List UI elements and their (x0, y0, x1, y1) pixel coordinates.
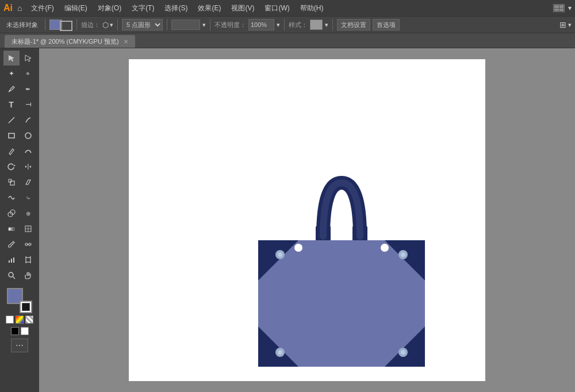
toolbar: 未选择对象 描边： ⬡ ▾ 5 点圆形 ▾ 不透明度： ▾ 样式： ▾ 文档设置… (0, 16, 575, 33)
doc-settings-button[interactable]: 文档设置 (337, 19, 370, 30)
document-tab[interactable]: 未标题-1* @ 200% (CMYK/GPU 预览) ✕ (5, 35, 135, 48)
zoom-tool[interactable] (3, 268, 20, 283)
eyedropper-tool[interactable] (3, 237, 20, 252)
svg-point-18 (25, 243, 28, 245)
menu-type[interactable]: 文字(T) (127, 2, 159, 14)
ellipse-tool[interactable] (20, 128, 36, 143)
svg-marker-6 (14, 165, 16, 167)
line-tool[interactable] (3, 113, 20, 128)
artboard-tool[interactable] (20, 252, 36, 267)
menu-object[interactable]: 对象(O) (93, 2, 126, 14)
svg-rect-22 (11, 259, 12, 263)
hand-tool[interactable] (20, 268, 36, 283)
menu-items: 文件(F) 编辑(E) 对象(O) 文字(T) 选择(S) 效果(E) 视图(V… (26, 2, 328, 14)
menu-edit[interactable]: 编辑(E) (60, 2, 92, 14)
gradient-tool[interactable] (3, 221, 20, 236)
blend-tool[interactable] (20, 237, 36, 252)
shear-tool[interactable] (20, 175, 36, 190)
svg-rect-23 (13, 258, 14, 263)
scale-tool[interactable] (3, 175, 20, 190)
svg-point-35 (278, 252, 282, 257)
svg-rect-21 (9, 260, 10, 263)
black-swatch[interactable] (11, 327, 19, 335)
menu-effect[interactable]: 效果(E) (193, 2, 225, 14)
no-fill-color[interactable] (25, 316, 33, 324)
svg-point-39 (381, 244, 389, 252)
selection-tool[interactable] (3, 51, 20, 66)
direct-selection-tool[interactable] (20, 51, 36, 66)
pen-tool[interactable] (3, 82, 20, 97)
add-anchor-tool[interactable]: ✒ (20, 82, 36, 97)
arrange-icon[interactable]: ⊞ (559, 20, 566, 29)
svg-point-29 (9, 272, 13, 277)
style-label: 样式： (289, 21, 308, 29)
warp-tool[interactable] (3, 190, 20, 205)
rotate-tool[interactable] (3, 159, 20, 174)
toolbar-divider-2 (76, 19, 77, 30)
stroke-style-arrow[interactable]: ▾ (202, 21, 206, 29)
arrange-arrow[interactable]: ▾ (568, 21, 572, 29)
none-color[interactable] (6, 316, 14, 324)
menu-view[interactable]: 视图(V) (227, 2, 259, 14)
fill-stroke-indicator[interactable] (7, 288, 32, 313)
toolbar-divider-7 (332, 19, 333, 30)
mesh-tool[interactable] (20, 221, 36, 236)
vertical-type-tool[interactable]: T (20, 97, 36, 112)
arc-tool[interactable] (20, 113, 36, 128)
toolbar-divider-6 (284, 19, 285, 30)
stroke-box[interactable] (20, 301, 32, 313)
stroke-style-box[interactable] (171, 20, 200, 30)
stroke-label: 描边： (81, 21, 100, 29)
toolbar-divider-4 (167, 19, 167, 30)
toolbar-divider-5 (210, 19, 210, 30)
tool-row-6 (3, 128, 36, 143)
menu-file[interactable]: 文件(F) (26, 2, 58, 14)
style-box[interactable] (310, 20, 323, 30)
preferences-button[interactable]: 首选项 (373, 19, 400, 30)
pathfinder-tool[interactable]: ⊕ (20, 206, 36, 221)
pencil-tool[interactable] (3, 144, 20, 159)
more-tools-button[interactable]: ⋯ (11, 339, 28, 352)
workspace-controls: ⊞ ▾ (559, 20, 572, 29)
canvas-area (39, 48, 575, 392)
menu-window[interactable]: 窗口(W) (260, 2, 294, 14)
opacity-input[interactable] (248, 19, 274, 30)
tool-row-1 (3, 51, 36, 66)
stroke-color-box[interactable] (60, 21, 72, 31)
menu-select[interactable]: 选择(S) (160, 2, 192, 14)
tool-row-10: ⤷ (3, 190, 36, 205)
tool-row-15 (3, 268, 36, 283)
tab-close-button[interactable]: ✕ (124, 39, 128, 45)
svg-point-19 (29, 243, 31, 245)
smooth-tool[interactable] (20, 144, 36, 159)
svg-rect-4 (9, 133, 14, 138)
reflect-tool[interactable] (20, 159, 36, 174)
svg-point-38 (401, 252, 405, 257)
gradient-color[interactable] (16, 316, 24, 324)
rectangle-tool[interactable] (3, 128, 20, 143)
lasso-tool[interactable]: ⌖ (20, 66, 36, 81)
home-icon[interactable]: ⌂ (17, 3, 22, 13)
workspace-switcher[interactable] (553, 4, 565, 12)
shape-builder-tool[interactable] (3, 206, 20, 221)
type-tool[interactable]: T (3, 97, 20, 112)
style-arrow[interactable]: ▾ (325, 21, 328, 29)
app-logo: Ai (3, 3, 13, 13)
tool-row-12 (3, 221, 36, 236)
svg-marker-1 (25, 55, 31, 62)
tool-row-7 (3, 144, 36, 159)
white-swatch[interactable] (21, 327, 29, 335)
stroke-control[interactable]: ⬡ ▾ (102, 21, 113, 29)
puppet-warp-tool[interactable]: ⤷ (20, 190, 36, 205)
menu-help[interactable]: 帮助(H) (296, 2, 328, 14)
main-area: ✦ ⌖ ✒ T T (0, 48, 575, 392)
svg-point-41 (278, 350, 282, 355)
workspace-arrow[interactable]: ▾ (568, 4, 572, 12)
opacity-arrow[interactable]: ▾ (277, 21, 280, 29)
color-section: ⋯ (0, 288, 39, 355)
stroke-weight-select[interactable]: 5 点圆形 (122, 19, 163, 30)
svg-line-30 (13, 276, 15, 279)
svg-rect-14 (9, 228, 14, 230)
graph-tool[interactable] (3, 252, 20, 267)
magic-wand-tool[interactable]: ✦ (3, 66, 20, 81)
